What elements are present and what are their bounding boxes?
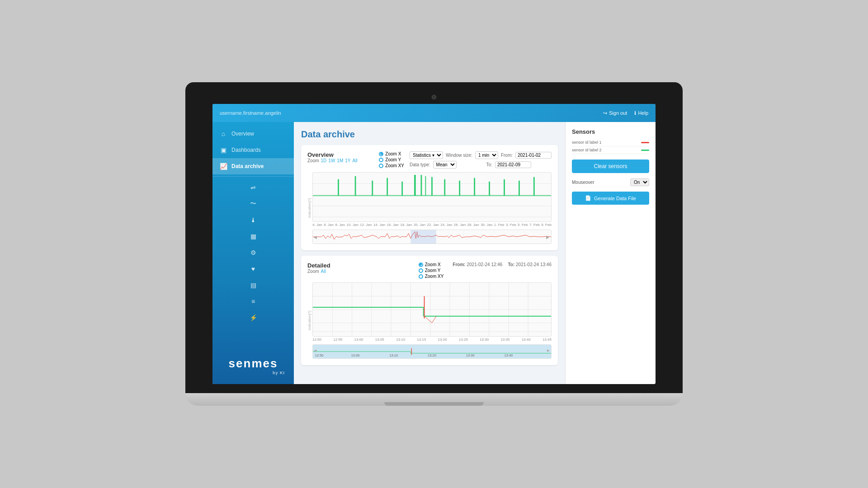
- statistics-row: Statistics ▾ Window size: 1 min From:: [410, 151, 552, 159]
- zoom-1w-btn[interactable]: 1W: [328, 158, 335, 163]
- overview-chart-svg: [313, 173, 551, 221]
- zoom-y-option[interactable]: Zoom Y: [379, 157, 404, 162]
- statistics-select[interactable]: Statistics ▾: [410, 151, 443, 159]
- det-zoom-y-option[interactable]: Zoom Y: [419, 268, 444, 273]
- svg-text:◀: ◀: [314, 348, 317, 352]
- det-zoom-x-option[interactable]: Zoom X: [419, 262, 444, 267]
- detailed-zoom-options: Zoom X Zoom Y Zoom XY: [419, 262, 444, 279]
- zoom-all-btn[interactable]: All: [353, 158, 358, 163]
- detailed-mini-chart[interactable]: 12:50 13:00 13:10 13:20 13:30 13:40 ◀ ▶: [312, 344, 552, 359]
- sidebar-gear-icon[interactable]: ⚙: [246, 245, 260, 260]
- detailed-zoom-all-btn[interactable]: All: [321, 269, 326, 274]
- user-info: username.firstname.angelin: [220, 110, 281, 116]
- screen-bezel: username.firstname.angelin ↪ Sign out ℹ …: [185, 82, 683, 393]
- home-icon: ⌂: [220, 130, 227, 137]
- top-bar: username.firstname.angelin ↪ Sign out ℹ …: [212, 104, 656, 122]
- det-zoom-xy-option[interactable]: Zoom XY: [419, 274, 444, 279]
- svg-line-45: [432, 316, 436, 323]
- overview-mini-chart[interactable]: ◀ ▶: [312, 230, 552, 244]
- zoom-1m-btn[interactable]: 1M: [337, 158, 343, 163]
- overview-chart-svg-area: 4. Jan 6. Jan 8. Jan 10. Jan 12. Jan 14.…: [312, 172, 552, 244]
- to-date-input[interactable]: [495, 161, 531, 168]
- svg-text:13:00: 13:00: [351, 353, 360, 357]
- overview-chart-panel: Overview Zoom 1D 1W 1M 1Y All: [301, 145, 558, 250]
- sidebar-lines-icon[interactable]: ≡: [246, 294, 260, 309]
- data-type-row: Data type: Mean To:: [410, 161, 552, 169]
- sidebar-flash-icon[interactable]: ⚡: [246, 310, 260, 325]
- sidebar-item-dashboards[interactable]: ▣ Dashboards: [212, 142, 294, 158]
- sensors-title: Sensors: [572, 128, 649, 135]
- zoom-x-radio[interactable]: [379, 152, 383, 156]
- data-type-select[interactable]: Mean: [433, 161, 457, 169]
- zoom-y-radio[interactable]: [379, 158, 383, 162]
- file-icon: 📄: [585, 195, 591, 201]
- zoom-xy-radio[interactable]: [379, 164, 383, 168]
- sidebar: ⌂ Overview ▣ Dashboards 📈 Data archive ⇌…: [212, 122, 294, 384]
- signout-button[interactable]: ↪ Sign out: [603, 110, 627, 116]
- sensor-1-label: sensor id label 1: [572, 140, 641, 145]
- mouseover-row: Mouseover On Off: [572, 178, 649, 186]
- sensor-1-color: [641, 142, 649, 143]
- detailed-chart-header: Detailed Zoom All Zoom: [307, 262, 552, 279]
- detailed-chart-controls: Zoom X Zoom Y Zoom XY: [419, 262, 552, 279]
- laptop-base: [185, 393, 683, 406]
- mouseover-label: Mouseover: [572, 180, 594, 185]
- svg-text:12:50: 12:50: [315, 353, 324, 357]
- mouseover-select[interactable]: On Off: [630, 178, 649, 186]
- statistics-group: Statistics ▾ Window size: 1 min From:: [410, 151, 552, 169]
- detailed-x-axis: 12:50 12:55 13:00 13:05 13:10 13:15 13:2…: [312, 337, 552, 343]
- detailed-chart-area: Indication[?]: [307, 282, 552, 359]
- sensors-section: Sensors sensor id label 1 sensor id labe…: [572, 128, 649, 154]
- overview-chart-svg-container: [312, 172, 552, 222]
- overview-chart-header: Overview Zoom 1D 1W 1M 1Y All: [307, 151, 552, 169]
- sensor-2-label: sensor id label 2: [572, 148, 641, 152]
- detailed-mini-svg: 12:50 13:00 13:10 13:20 13:30 13:40 ◀ ▶: [313, 345, 551, 358]
- main-layout: ⌂ Overview ▣ Dashboards 📈 Data archive ⇌…: [212, 122, 656, 384]
- sidebar-share-icon[interactable]: ⇌: [246, 180, 260, 195]
- help-button[interactable]: ℹ Help: [634, 110, 648, 116]
- overview-chart-area: Indication[?]: [307, 172, 552, 244]
- sidebar-grid-icon[interactable]: ▤: [246, 278, 260, 292]
- logo-text-bold: mes: [251, 357, 278, 370]
- detailed-zoom-btns: Zoom All: [307, 269, 330, 274]
- svg-text:▶: ▶: [546, 235, 549, 239]
- detailed-y-axis-label: Indication[?]: [307, 282, 311, 359]
- detailed-chart-svg-area: 12:50 12:55 13:00 13:05 13:10 13:15 13:2…: [312, 282, 552, 359]
- zoom-1y-btn[interactable]: 1Y: [345, 158, 350, 163]
- sidebar-heart-icon[interactable]: ♥: [246, 262, 260, 276]
- overview-chart-title: Overview Zoom 1D 1W 1M 1Y All: [307, 151, 358, 165]
- sidebar-bars-icon[interactable]: ▦: [246, 229, 260, 244]
- det-zoom-y-radio[interactable]: [419, 268, 423, 273]
- det-zoom-x-radio[interactable]: [419, 263, 423, 267]
- sidebar-item-overview[interactable]: ⌂ Overview: [212, 126, 294, 142]
- svg-line-44: [425, 316, 432, 323]
- svg-text:◀: ◀: [314, 235, 317, 239]
- svg-text:▶: ▶: [547, 348, 550, 352]
- detailed-chart-svg-container: [312, 282, 552, 337]
- svg-text:13:30: 13:30: [466, 353, 475, 357]
- dashboard-icon: ▣: [220, 146, 227, 154]
- main-content: Data archive Overview Zoom 1D 1W 1M: [294, 122, 565, 384]
- laptop-camera: [432, 95, 436, 99]
- zoom-x-option[interactable]: Zoom X: [379, 151, 404, 156]
- generate-data-file-button[interactable]: 📄 Generate Data File: [572, 192, 649, 205]
- zoom-xy-option[interactable]: Zoom XY: [379, 163, 404, 168]
- sidebar-wave-icon[interactable]: 〜: [246, 197, 260, 211]
- logo-text: sen: [229, 357, 252, 370]
- svg-text:13:40: 13:40: [504, 353, 513, 357]
- overview-chart-controls: Zoom X Zoom Y Zoom XY: [379, 151, 552, 169]
- sidebar-item-data-archive[interactable]: 📈 Data archive: [212, 158, 294, 174]
- overview-zoom-btns: Zoom 1D 1W 1M 1Y All: [307, 158, 358, 163]
- detailed-chart-title-area: Detailed Zoom All: [307, 262, 330, 276]
- det-zoom-xy-radio[interactable]: [419, 274, 423, 279]
- top-bar-actions: ↪ Sign out ℹ Help: [603, 110, 648, 116]
- sidebar-thermometer-icon[interactable]: 🌡: [246, 213, 260, 227]
- signout-icon: ↪: [603, 110, 607, 116]
- clear-sensors-button[interactable]: Clear sensors: [572, 160, 649, 173]
- overview-y-axis-label: Indication[?]: [307, 172, 311, 244]
- zoom-1d-btn[interactable]: 1D: [321, 158, 327, 163]
- sensor-item-2: sensor id label 2: [572, 146, 649, 154]
- svg-rect-22: [410, 230, 436, 244]
- window-size-select[interactable]: 1 min: [475, 151, 498, 159]
- from-date-input[interactable]: [515, 152, 552, 159]
